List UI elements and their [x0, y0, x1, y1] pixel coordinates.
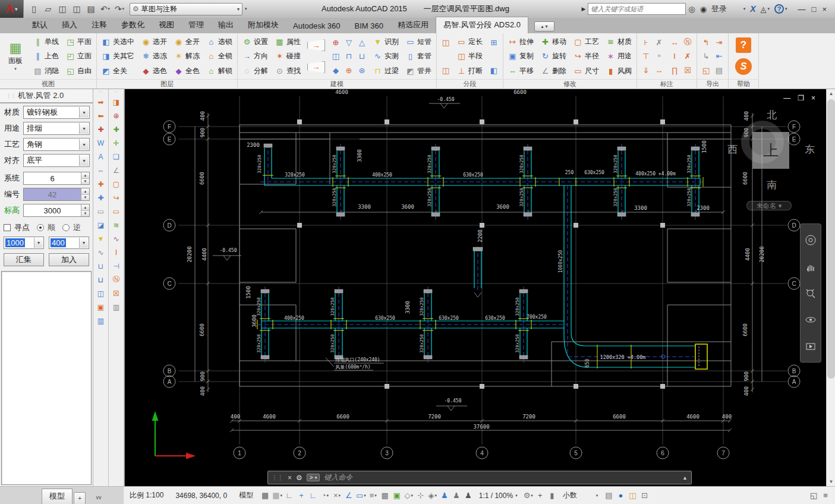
ribbon-button-消隐[interactable]: ▤消隐	[30, 64, 62, 77]
ribbon-icon-button[interactable]: ⊕	[343, 64, 355, 76]
ribbon-icon-button[interactable]: ⊕	[330, 36, 342, 48]
palette-spinner-标高[interactable]: 3000▲▼	[23, 204, 90, 217]
angle-icon[interactable]: ∠	[343, 489, 355, 502]
ribbon-button-属性[interactable]: ▦属性	[272, 35, 304, 48]
exchange-apps-icon[interactable]: X	[750, 4, 755, 14]
ribbon-icon-button[interactable]: ⁿ	[653, 51, 665, 62]
ribbon-button-移动[interactable]: ✚移动	[538, 35, 569, 48]
isolate-objects-icon[interactable]: ⊡	[638, 489, 650, 502]
isoplane-icon[interactable]: ◔▾	[319, 489, 331, 502]
ribbon-big-button-面板[interactable]: ▦面板▾	[2, 34, 29, 78]
ribbon-icon-button[interactable]: ◧	[488, 64, 500, 76]
search-input[interactable]	[588, 3, 686, 15]
redo-icon[interactable]: ↷▾	[113, 2, 126, 15]
orbit-icon[interactable]	[805, 314, 817, 326]
duct-tool-icon-1[interactable]: ⬅	[94, 109, 108, 122]
ribbon-icon-button[interactable]: ⊦	[640, 36, 652, 48]
ribbon-button-关选中[interactable]: ◧关选中	[99, 35, 137, 48]
drawing-close-button[interactable]: ×	[811, 94, 815, 102]
scroll-up-icon[interactable]: ▲	[827, 89, 835, 98]
crosshair-icon[interactable]: +	[534, 489, 546, 502]
duct-tool-icon-9[interactable]: ◪	[94, 219, 108, 231]
dynamic-ucs-icon[interactable]: ⊹	[415, 489, 427, 502]
workspace-switcher[interactable]: ⚙ 草图与注释 ▾	[130, 3, 242, 15]
workspace-extra-dropdown[interactable]: ▾	[245, 7, 247, 11]
ribbon-button-选冻[interactable]: ❄选冻	[138, 50, 170, 63]
ribbon-button-设置[interactable]: ⚙设置	[240, 35, 271, 48]
ribbon-tab-参数化[interactable]: 参数化	[114, 17, 152, 33]
palette-select-工艺[interactable]: 角钢▾	[23, 138, 90, 151]
zoom-icon[interactable]	[805, 288, 817, 300]
segment-list[interactable]	[1, 271, 92, 485]
ribbon-icon-button[interactable]: ⇤	[713, 51, 725, 62]
ribbon-icon-button[interactable]: ⊛	[356, 64, 368, 76]
ribbon-button-半径[interactable]: ↪半径	[571, 50, 602, 63]
palette-select-对齐[interactable]: 底平▾	[23, 154, 90, 167]
app-menu-button[interactable]: A▾	[0, 0, 24, 18]
ribbon-collapse-button[interactable]: ▴▾	[534, 21, 554, 32]
ribbon-icon-button[interactable]: ▽	[343, 36, 355, 48]
ribbon-button-拉伸[interactable]: ↦拉伸	[505, 35, 537, 48]
ribbon-button-短管[interactable]: ▭短管	[403, 35, 434, 48]
ribbon-tab-Autodesk 360[interactable]: Autodesk 360	[286, 19, 348, 33]
plugin-logo-button[interactable]: S	[735, 58, 752, 75]
duct-draw-button[interactable]: →	[307, 39, 325, 51]
ribbon-button-方向[interactable]: →方向	[240, 50, 271, 63]
duct-tool-icon-0[interactable]: ➡	[94, 96, 108, 108]
model-tab[interactable]: 模型	[42, 489, 73, 504]
maximize-button[interactable]: □	[812, 5, 817, 14]
view-cube-south[interactable]: 南	[767, 178, 777, 192]
ribbon-icon-button[interactable]: ⇓	[640, 64, 652, 76]
ribbon-button-过梁[interactable]: ⊓过梁	[370, 64, 402, 77]
save-icon[interactable]: ◫	[56, 2, 69, 15]
scrollbar-thumb[interactable]	[827, 99, 835, 379]
ribbon-button-平移[interactable]: ⇔平移	[505, 64, 537, 77]
annotation-scale-readout[interactable]: 1:1 / 100%▾	[474, 492, 522, 500]
ribbon-button-立面[interactable]: ◰立面	[63, 50, 94, 63]
autocad360-icon[interactable]: ●	[615, 489, 626, 502]
duct-tool-icon-14[interactable]: ◫	[94, 287, 108, 300]
ribbon-button-关其它[interactable]: ◨关其它	[99, 50, 137, 63]
ribbon-icon-button[interactable]: ↔	[653, 64, 665, 76]
ribbon-button-打断[interactable]: ⊥打断	[454, 64, 486, 77]
ucs-dropdown[interactable]: 未命名▾	[746, 201, 792, 210]
duct-tool-icon-5[interactable]: ⇔	[94, 164, 108, 177]
forward-radio[interactable]	[37, 224, 44, 231]
palette-title[interactable]: ⋮⋮机智.风管 2.0	[0, 89, 93, 103]
ribbon-button-全开[interactable]: ◉全开	[171, 35, 203, 48]
ribbon-tab-输出[interactable]: 输出	[211, 17, 241, 33]
duct-tool-icon-15[interactable]: ▣	[94, 301, 108, 313]
ribbon-icon-button[interactable]: ⊤	[640, 51, 652, 62]
ribbon-button-自由[interactable]: ◱自由	[63, 64, 94, 77]
ribbon-icon-button[interactable]: Ⅰ	[669, 51, 680, 62]
ribbon-button-用途[interactable]: ∗用途	[603, 50, 635, 63]
duct-tool-icon-2[interactable]: ✚	[94, 123, 108, 136]
drawing-restore-button[interactable]: ❐	[798, 94, 804, 102]
duct-tool-icon-6[interactable]: ✚	[94, 178, 108, 190]
new-file-icon[interactable]: ▯	[27, 2, 40, 15]
ribbon-tab-默认[interactable]: 默认	[25, 17, 55, 33]
annotation-person-icon[interactable]: ♟	[462, 489, 474, 502]
ribbon-button-上色[interactable]: ∥上色	[30, 50, 62, 63]
ribbon-button-选锁[interactable]: ⌂选锁	[204, 35, 235, 48]
ribbon-button-碰撞[interactable]: ✶碰撞	[272, 50, 304, 63]
view-cube-west[interactable]: 西	[727, 143, 738, 156]
ribbon-icon-button[interactable]: ✗	[682, 51, 694, 62]
minimize-button[interactable]: —	[798, 5, 806, 14]
ribbon-icon-button[interactable]: ◫	[440, 36, 452, 48]
duct-tool-icon-9[interactable]: ≋	[110, 219, 123, 231]
view-cube-top-face[interactable]: 上	[752, 132, 789, 169]
drawing-minimize-button[interactable]: —	[783, 94, 790, 102]
ribbon-icon-button[interactable]: ◱	[700, 64, 712, 76]
help-button[interactable]: ?▾	[774, 4, 787, 14]
ribbon-icon-button[interactable]: △	[356, 36, 368, 48]
command-expand-icon[interactable]: ▲	[682, 475, 688, 481]
close-button[interactable]: ×	[822, 5, 827, 14]
width-combo[interactable]: 1000▾	[4, 237, 44, 249]
duct-tool-icon-3[interactable]: W	[94, 137, 108, 149]
duct-draw-button[interactable]: →	[307, 61, 325, 73]
ribbon-icon-button[interactable]: ◫	[440, 64, 452, 76]
duct-tool-icon-2[interactable]: ✚	[110, 123, 123, 136]
ribbon-button-全锁[interactable]: ⌂全锁	[204, 50, 235, 63]
exchange-search-icon[interactable]: ◎	[688, 5, 695, 14]
